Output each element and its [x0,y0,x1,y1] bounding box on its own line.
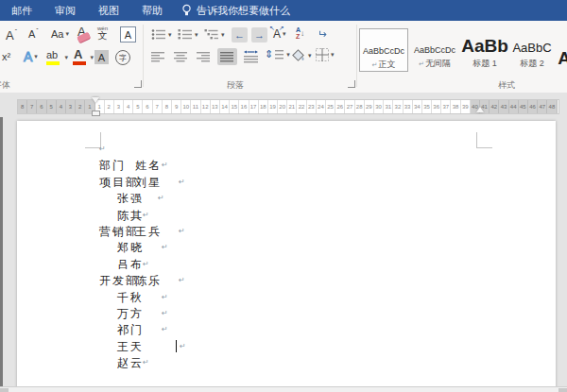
text-run: 郑晓 [117,240,144,256]
style-card-无间隔[interactable]: AaBbCcDc↵无间隔 [410,28,459,70]
style-label: ↵正文 [372,59,396,71]
text-line[interactable]: 张强↵ [17,191,546,207]
right-indent-marker[interactable] [476,107,484,112]
scrollbar-corner-left[interactable] [0,388,9,392]
text-run: 千秋 [117,290,144,306]
text-line[interactable]: 郑晓↵ [17,240,546,256]
bullets-button[interactable]: ▾ [151,28,172,41]
style-card-partial[interactable]: A [558,28,567,70]
ruler-number: 12 [201,100,211,113]
text-run: 部门 [99,158,126,174]
group-separator [143,25,144,87]
character-border-button[interactable]: A [120,26,136,43]
style-card-标题 1[interactable]: AaBb标题 1 [463,28,507,70]
first-line-indent-marker[interactable] [92,97,99,103]
menu-tab-1[interactable]: 审阅 [43,0,87,21]
numbering-button[interactable]: ▾ [178,28,198,41]
sort-button[interactable]: A Z ↓ [296,26,304,40]
font-dialog-launcher[interactable] [134,80,142,88]
left-indent-marker[interactable] [92,111,100,116]
ruler-number: 31 [384,100,393,113]
text-run: 万方 [117,306,144,322]
style-card-标题 2[interactable]: AaBbC标题 2 [510,28,554,70]
ruler-number: 4 [57,100,66,113]
font-color-button[interactable]: A ▾ [72,49,91,66]
text-cursor [176,340,177,352]
text-line[interactable]: 王天↵ [17,339,546,355]
ruler-number: 25 [326,100,335,113]
ruler-number: 5 [133,100,143,113]
decrease-indent-button[interactable]: ← [232,27,248,43]
ruler-number: 3 [114,100,124,113]
asian-layout-button[interactable]: A ↖ ↗ ▾ [273,27,286,41]
paragraph-mark-icon: ↵ [143,358,149,366]
text-line[interactable]: 部门姓名↵ [17,158,546,174]
ruler-number: 4 [124,100,133,113]
ruler-number: 34 [413,100,422,113]
paragraph-dialog-launcher[interactable] [348,80,355,88]
borders-button[interactable]: ▾ [316,48,335,61]
increase-indent-button[interactable]: → [251,27,267,43]
text-line[interactable]: ↵ [17,142,546,158]
ruler-band: 8765432112345678910111213141516171819202… [0,93,567,117]
change-case-button[interactable]: Aa▾ [51,28,69,40]
highlight-color-bar [46,61,60,65]
grow-font-button[interactable]: Aˆ [6,28,17,43]
bullets-icon [151,28,166,41]
title-bar: 邮件审阅视图帮助 告诉我你想要做什么 [0,0,567,21]
ruler-number: 22 [297,100,306,113]
align-right-button[interactable] [197,51,211,62]
line-spacing-button[interactable]: ⇕ ▾ [265,48,290,60]
document-page[interactable]: ↵部门姓名↵项目部刘星↵张强↵陈其↵营销部王兵↵郑晓↵吕布↵开发部陈乐↵千秋↵万… [17,121,556,392]
style-label: ↵无间隔 [419,58,451,70]
ruler-number: 2 [76,100,85,113]
justify-button[interactable] [217,48,237,65]
text-effects-button[interactable]: A▾ [24,49,38,64]
text-line[interactable]: 万方↵ [17,306,546,322]
ruler-number: 6 [37,100,46,113]
style-label: 标题 1 [472,58,497,70]
text-line[interactable]: 千秋↵ [17,290,546,306]
paragraph-mark-icon: ↵ [158,194,164,202]
multilevel-list-button[interactable]: ▾ [204,28,225,41]
character-shading-button[interactable]: A [94,50,109,64]
shrink-font-button[interactable]: Aˇ [28,28,39,40]
style-preview: AaBbCcDc [414,45,455,55]
font-color-bar [73,61,86,65]
ruler-number: 30 [374,100,384,113]
clear-formatting-button[interactable]: A [76,26,93,43]
menu-tab-0[interactable]: 邮件 [0,0,43,21]
superscript-button[interactable]: x² [2,51,10,62]
ruler-number: 10 [181,100,191,113]
text-line[interactable]: 营销部王兵↵ [17,224,546,240]
ruler-number: 24 [317,100,326,113]
distribute-button[interactable] [241,48,260,65]
style-card-正文[interactable]: AaBbCcDc↵正文 [359,28,408,72]
text-line[interactable]: 吕布↵ [17,257,546,273]
ruler-number: 15 [230,100,239,113]
text-line[interactable]: 赵云↵ [17,355,546,371]
text-line[interactable]: 开发部陈乐↵ [17,273,546,289]
show-hide-marks-button[interactable]: ↵ [318,27,327,41]
paint-bucket-icon [291,48,306,62]
align-right-icon [197,51,211,62]
ruler-number: 8 [18,100,27,113]
paragraph-mark-icon: ↵ [162,243,168,251]
style-preview: AaBbC [512,41,551,55]
enclose-characters-button[interactable]: 字 [115,50,130,65]
menu-tab-2[interactable]: 视图 [87,0,130,21]
menu-tab-3[interactable]: 帮助 [130,0,174,21]
align-left-button[interactable] [151,51,165,62]
ruler-number: 26 [335,100,345,113]
text-highlight-button[interactable]: ab ▾ [45,49,66,66]
tell-me[interactable]: 告诉我你想要做什么 [181,4,290,18]
scrollbar-corner-right[interactable] [558,388,567,392]
justify-icon [220,51,234,62]
text-line[interactable]: 祁门↵ [17,322,546,338]
phonetic-guide-button[interactable]: wén 文 [97,26,108,41]
text-line[interactable]: 项目部刘星↵ [17,175,546,191]
shading-button[interactable]: ▾ [291,48,312,62]
ruler-number: 27 [345,100,354,113]
text-line[interactable]: 陈其↵ [17,208,546,224]
align-center-button[interactable] [174,51,188,62]
